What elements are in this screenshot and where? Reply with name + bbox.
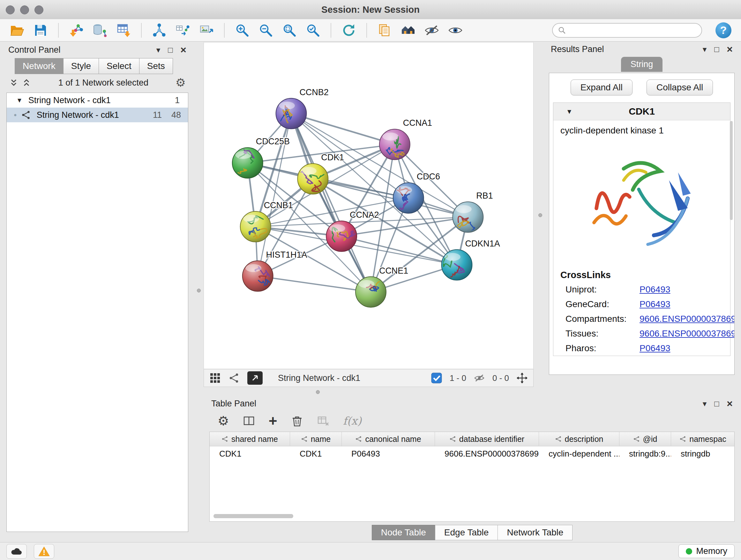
table-cell[interactable]: P06493 [342,446,435,461]
create-view-icon[interactable] [174,22,192,39]
tab-string[interactable]: String [621,57,663,72]
network-graph[interactable]: CCNB2CCNA1CDC25BCDK1CDC6RB1CCNB1CCNA2CDK… [204,43,533,369]
export-image-icon[interactable] [198,22,215,39]
fit-selected-crosshair-icon[interactable] [516,372,528,384]
birds-eye-view-icon[interactable] [228,372,240,384]
import-network-file-icon[interactable] [68,22,85,39]
tab-network[interactable]: Network [15,58,64,74]
table-cell[interactable]: 9606.ENSP00000378699 [435,446,539,461]
window-zoom-button[interactable] [35,5,44,14]
column-header[interactable]: database identifier [435,432,539,446]
zoom-in-icon[interactable] [233,22,251,39]
splitter-handle[interactable] [538,213,542,217]
search-box[interactable] [552,23,702,38]
selected-checkbox-icon[interactable] [430,372,443,384]
network-row-selected[interactable]: ● String Network - cdk1 11 48 [7,108,188,122]
table-cell[interactable]: CDK1 [290,446,342,461]
close-panel-icon[interactable]: × [180,44,186,56]
close-panel-icon[interactable]: × [727,398,733,410]
crosslink-link[interactable]: P06493 [639,285,670,295]
crosslink-link[interactable]: 9606.ENSP00000378699 [639,314,735,324]
search-input[interactable] [569,25,696,36]
column-header[interactable]: name [290,432,342,446]
collapse-all-icon[interactable] [9,78,18,87]
splitter-handle[interactable] [197,289,201,293]
delete-column-trash-icon[interactable] [291,415,304,427]
first-neighbors-icon[interactable] [400,22,417,39]
network-edge[interactable] [258,276,371,292]
table-cell[interactable]: stringdb:9... [619,446,671,461]
float-panel-icon[interactable]: ▾ [156,45,160,55]
window-title: Session: New Session [0,0,741,19]
grid-view-icon[interactable] [209,372,221,384]
column-header[interactable]: namespac [671,432,735,446]
network-node-RB1[interactable]: RB1 [453,191,493,236]
crosslink-link[interactable]: P06493 [639,343,670,354]
window-minimize-button[interactable] [20,5,29,14]
refresh-view-icon[interactable] [340,22,357,39]
protein-section-header[interactable]: ▾ CDK1 [553,103,730,120]
open-session-icon[interactable] [8,22,25,39]
table-settings-gear-icon[interactable]: ⚙ [218,414,229,428]
tab-select[interactable]: Select [98,58,139,74]
crosslink-link[interactable]: 9606.ENSP00000378699 [639,328,735,339]
table-cell[interactable]: stringdb [671,446,735,461]
new-network-icon[interactable] [151,22,168,39]
network-node-CDKN1A[interactable]: CDKN1A [442,239,500,280]
table-row[interactable]: CDK1CDK1P064939606.ENSP00000378699cyclin… [210,446,734,461]
network-canvas[interactable]: CCNB2CCNA1CDC25BCDK1CDC6RB1CCNB1CCNA2CDK… [204,42,534,369]
hide-selected-icon[interactable] [423,22,441,39]
import-table-icon[interactable] [115,22,132,39]
zoom-out-icon[interactable] [257,22,274,39]
network-edge[interactable] [291,114,371,292]
maximize-panel-icon[interactable]: □ [714,399,719,408]
tab-sets[interactable]: Sets [139,58,173,74]
warning-icon[interactable] [34,544,54,559]
float-panel-icon[interactable]: ▾ [703,399,707,408]
table-horizontal-scrollbar[interactable] [213,514,293,518]
network-node-CDC6[interactable]: CDC6 [393,172,440,213]
network-node-CCNE1[interactable]: CCNE1 [355,266,408,307]
splitter-handle[interactable] [316,390,320,394]
column-header[interactable]: description [539,432,619,446]
copy-icon[interactable] [376,22,393,39]
column-header[interactable]: @id [619,432,671,446]
maximize-panel-icon[interactable]: □ [714,45,719,54]
close-panel-icon[interactable]: × [727,44,733,55]
results-scrollbar[interactable] [730,121,733,220]
network-node-HIST1H1A[interactable]: HIST1H1A [243,250,307,292]
collapse-section-icon[interactable]: ▾ [567,107,571,116]
save-session-icon[interactable] [32,22,49,39]
cloud-status-icon[interactable] [6,544,27,559]
network-edge[interactable] [291,114,394,145]
help-icon[interactable]: ? [716,22,731,38]
show-columns-icon[interactable] [243,415,255,427]
expand-all-button[interactable]: Expand All [570,79,632,96]
tab-node-table[interactable]: Node Table [372,525,435,540]
tab-style[interactable]: Style [63,58,99,74]
add-column-icon[interactable]: + [269,415,277,427]
show-all-icon[interactable] [447,22,464,39]
window-close-button[interactable] [6,5,15,14]
import-network-database-icon[interactable] [91,22,109,39]
tab-edge-table[interactable]: Edge Table [435,525,498,540]
network-node-CCNA1[interactable]: CCNA1 [380,118,432,160]
table-cell[interactable]: CDK1 [210,446,290,461]
table-cell[interactable]: cyclin-dependent ... [539,446,619,461]
network-collection-row[interactable]: ▼ String Network - cdk1 1 [7,93,188,108]
tab-network-table[interactable]: Network Table [497,525,572,540]
zoom-fit-icon[interactable] [281,22,298,39]
column-header[interactable]: shared name [210,432,290,446]
gear-icon[interactable]: ⚙ [176,76,186,89]
collapse-all-button[interactable]: Collapse All [647,79,713,96]
zoom-selected-icon[interactable] [305,22,322,39]
float-panel-icon[interactable]: ▾ [703,45,707,54]
column-header[interactable]: canonical name [342,432,435,446]
maximize-panel-icon[interactable]: □ [168,45,173,55]
detach-view-button[interactable] [247,371,263,385]
memory-button[interactable]: Memory [678,544,735,558]
crosslink-link[interactable]: P06493 [639,299,670,309]
expand-all-icon[interactable] [22,78,31,87]
tree-expander-icon[interactable]: ▼ [16,97,23,104]
network-node-CDK1[interactable]: CDK1 [295,152,344,194]
